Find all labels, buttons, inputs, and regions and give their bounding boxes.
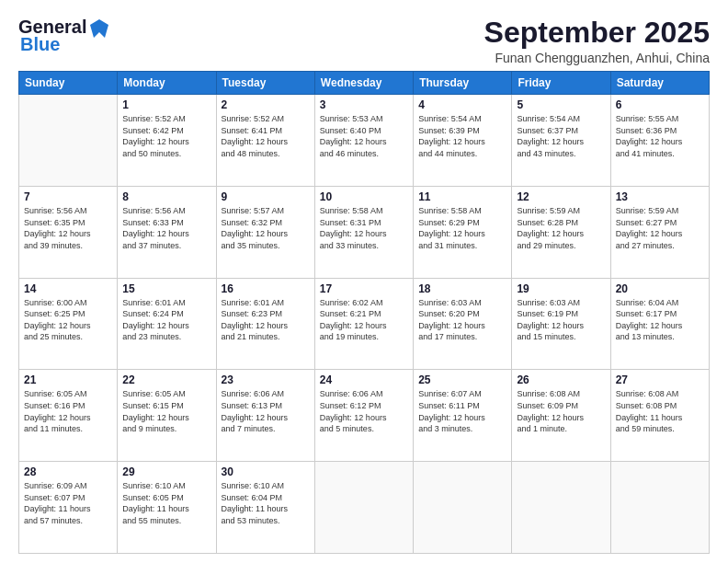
logo-icon bbox=[88, 17, 108, 38]
day-number: 27 bbox=[616, 373, 704, 386]
cell-info: Sunrise: 5:59 AM Sunset: 6:28 PM Dayligh… bbox=[517, 205, 605, 251]
calendar-cell: 8Sunrise: 5:56 AM Sunset: 6:33 PM Daylig… bbox=[118, 186, 216, 278]
cell-info: Sunrise: 6:02 AM Sunset: 6:21 PM Dayligh… bbox=[320, 297, 408, 343]
calendar-cell: 25Sunrise: 6:07 AM Sunset: 6:11 PM Dayli… bbox=[414, 370, 512, 462]
cell-info: Sunrise: 6:09 AM Sunset: 6:07 PM Dayligh… bbox=[24, 480, 112, 526]
subtitle: Funan Chengguanzhen, Anhui, China bbox=[484, 51, 710, 65]
calendar-table: SundayMondayTuesdayWednesdayThursdayFrid… bbox=[18, 71, 710, 554]
calendar-cell: 30Sunrise: 6:10 AM Sunset: 6:04 PM Dayli… bbox=[216, 462, 314, 554]
cell-info: Sunrise: 6:01 AM Sunset: 6:23 PM Dayligh… bbox=[222, 297, 310, 343]
day-number: 24 bbox=[320, 373, 408, 386]
month-title: September 2025 bbox=[484, 17, 710, 49]
day-number: 9 bbox=[222, 190, 310, 203]
cell-info: Sunrise: 5:59 AM Sunset: 6:27 PM Dayligh… bbox=[616, 205, 704, 251]
calendar-cell: 22Sunrise: 6:05 AM Sunset: 6:15 PM Dayli… bbox=[118, 370, 216, 462]
cell-info: Sunrise: 5:52 AM Sunset: 6:42 PM Dayligh… bbox=[122, 113, 210, 159]
day-number: 22 bbox=[122, 373, 210, 386]
cell-info: Sunrise: 6:05 AM Sunset: 6:16 PM Dayligh… bbox=[24, 388, 112, 434]
calendar-cell: 23Sunrise: 6:06 AM Sunset: 6:13 PM Dayli… bbox=[216, 370, 314, 462]
cell-info: Sunrise: 5:58 AM Sunset: 6:31 PM Dayligh… bbox=[320, 205, 408, 251]
calendar-week-3: 14Sunrise: 6:00 AM Sunset: 6:25 PM Dayli… bbox=[19, 278, 710, 370]
cell-info: Sunrise: 5:55 AM Sunset: 6:36 PM Dayligh… bbox=[616, 113, 704, 159]
weekday-header-friday: Friday bbox=[512, 72, 610, 95]
header: General Blue September 2025 Funan Chengg… bbox=[18, 17, 710, 65]
calendar-cell: 3Sunrise: 5:53 AM Sunset: 6:40 PM Daylig… bbox=[314, 95, 413, 187]
weekday-header-saturday: Saturday bbox=[610, 72, 709, 95]
calendar-week-1: 1Sunrise: 5:52 AM Sunset: 6:42 PM Daylig… bbox=[19, 95, 710, 187]
cell-info: Sunrise: 6:10 AM Sunset: 6:05 PM Dayligh… bbox=[122, 480, 210, 526]
day-number: 17 bbox=[320, 282, 408, 295]
day-number: 6 bbox=[616, 98, 704, 111]
day-number: 26 bbox=[517, 373, 605, 386]
calendar-cell: 20Sunrise: 6:04 AM Sunset: 6:17 PM Dayli… bbox=[610, 278, 709, 370]
calendar-cell: 2Sunrise: 5:52 AM Sunset: 6:41 PM Daylig… bbox=[216, 95, 314, 187]
cell-info: Sunrise: 6:08 AM Sunset: 6:08 PM Dayligh… bbox=[616, 388, 704, 434]
day-number: 28 bbox=[24, 465, 112, 478]
calendar-cell bbox=[314, 462, 413, 554]
cell-info: Sunrise: 5:53 AM Sunset: 6:40 PM Dayligh… bbox=[320, 113, 408, 159]
day-number: 1 bbox=[122, 98, 210, 111]
day-number: 4 bbox=[418, 98, 506, 111]
calendar-cell: 6Sunrise: 5:55 AM Sunset: 6:36 PM Daylig… bbox=[610, 95, 709, 187]
cell-info: Sunrise: 5:52 AM Sunset: 6:41 PM Dayligh… bbox=[222, 113, 310, 159]
day-number: 19 bbox=[517, 282, 605, 295]
cell-info: Sunrise: 6:00 AM Sunset: 6:25 PM Dayligh… bbox=[24, 297, 112, 343]
weekday-header-monday: Monday bbox=[118, 72, 216, 95]
calendar-cell bbox=[610, 462, 709, 554]
day-number: 23 bbox=[222, 373, 310, 386]
calendar-header-row: SundayMondayTuesdayWednesdayThursdayFrid… bbox=[19, 72, 710, 95]
calendar-cell: 15Sunrise: 6:01 AM Sunset: 6:24 PM Dayli… bbox=[118, 278, 216, 370]
svg-marker-0 bbox=[90, 19, 108, 38]
title-block: September 2025 Funan Chengguanzhen, Anhu… bbox=[484, 17, 710, 65]
calendar-cell bbox=[512, 462, 610, 554]
day-number: 3 bbox=[320, 98, 408, 111]
weekday-header-tuesday: Tuesday bbox=[216, 72, 314, 95]
day-number: 7 bbox=[24, 190, 112, 203]
calendar-cell: 5Sunrise: 5:54 AM Sunset: 6:37 PM Daylig… bbox=[512, 95, 610, 187]
calendar-cell: 10Sunrise: 5:58 AM Sunset: 6:31 PM Dayli… bbox=[314, 186, 413, 278]
page: General Blue September 2025 Funan Chengg… bbox=[0, 0, 728, 563]
day-number: 30 bbox=[222, 465, 310, 478]
calendar-cell: 11Sunrise: 5:58 AM Sunset: 6:29 PM Dayli… bbox=[414, 186, 512, 278]
cell-info: Sunrise: 6:07 AM Sunset: 6:11 PM Dayligh… bbox=[418, 388, 506, 434]
cell-info: Sunrise: 6:05 AM Sunset: 6:15 PM Dayligh… bbox=[122, 388, 210, 434]
day-number: 2 bbox=[222, 98, 310, 111]
day-number: 8 bbox=[122, 190, 210, 203]
cell-info: Sunrise: 5:54 AM Sunset: 6:37 PM Dayligh… bbox=[517, 113, 605, 159]
calendar-cell: 13Sunrise: 5:59 AM Sunset: 6:27 PM Dayli… bbox=[610, 186, 709, 278]
calendar-cell bbox=[414, 462, 512, 554]
calendar-week-4: 21Sunrise: 6:05 AM Sunset: 6:16 PM Dayli… bbox=[19, 370, 710, 462]
cell-info: Sunrise: 6:04 AM Sunset: 6:17 PM Dayligh… bbox=[616, 297, 704, 343]
calendar-cell: 18Sunrise: 6:03 AM Sunset: 6:20 PM Dayli… bbox=[414, 278, 512, 370]
cell-info: Sunrise: 5:57 AM Sunset: 6:32 PM Dayligh… bbox=[222, 205, 310, 251]
day-number: 11 bbox=[418, 190, 506, 203]
cell-info: Sunrise: 5:56 AM Sunset: 6:33 PM Dayligh… bbox=[122, 205, 210, 251]
cell-info: Sunrise: 6:06 AM Sunset: 6:13 PM Dayligh… bbox=[222, 388, 310, 434]
calendar-cell: 9Sunrise: 5:57 AM Sunset: 6:32 PM Daylig… bbox=[216, 186, 314, 278]
day-number: 16 bbox=[222, 282, 310, 295]
day-number: 25 bbox=[418, 373, 506, 386]
calendar-cell: 26Sunrise: 6:08 AM Sunset: 6:09 PM Dayli… bbox=[512, 370, 610, 462]
calendar-cell: 27Sunrise: 6:08 AM Sunset: 6:08 PM Dayli… bbox=[610, 370, 709, 462]
day-number: 14 bbox=[24, 282, 112, 295]
calendar-cell: 7Sunrise: 5:56 AM Sunset: 6:35 PM Daylig… bbox=[19, 186, 118, 278]
day-number: 13 bbox=[616, 190, 704, 203]
day-number: 5 bbox=[517, 98, 605, 111]
cell-info: Sunrise: 5:58 AM Sunset: 6:29 PM Dayligh… bbox=[418, 205, 506, 251]
cell-info: Sunrise: 5:56 AM Sunset: 6:35 PM Dayligh… bbox=[24, 205, 112, 251]
day-number: 20 bbox=[616, 282, 704, 295]
day-number: 10 bbox=[320, 190, 408, 203]
weekday-header-sunday: Sunday bbox=[19, 72, 118, 95]
calendar-cell: 17Sunrise: 6:02 AM Sunset: 6:21 PM Dayli… bbox=[314, 278, 413, 370]
calendar-cell: 14Sunrise: 6:00 AM Sunset: 6:25 PM Dayli… bbox=[19, 278, 118, 370]
cell-info: Sunrise: 6:03 AM Sunset: 6:19 PM Dayligh… bbox=[517, 297, 605, 343]
day-number: 15 bbox=[122, 282, 210, 295]
calendar-week-5: 28Sunrise: 6:09 AM Sunset: 6:07 PM Dayli… bbox=[19, 462, 710, 554]
weekday-header-thursday: Thursday bbox=[414, 72, 512, 95]
cell-info: Sunrise: 6:06 AM Sunset: 6:12 PM Dayligh… bbox=[320, 388, 408, 434]
day-number: 21 bbox=[24, 373, 112, 386]
day-number: 29 bbox=[122, 465, 210, 478]
calendar-cell: 1Sunrise: 5:52 AM Sunset: 6:42 PM Daylig… bbox=[118, 95, 216, 187]
cell-info: Sunrise: 5:54 AM Sunset: 6:39 PM Dayligh… bbox=[418, 113, 506, 159]
calendar-cell: 21Sunrise: 6:05 AM Sunset: 6:16 PM Dayli… bbox=[19, 370, 118, 462]
